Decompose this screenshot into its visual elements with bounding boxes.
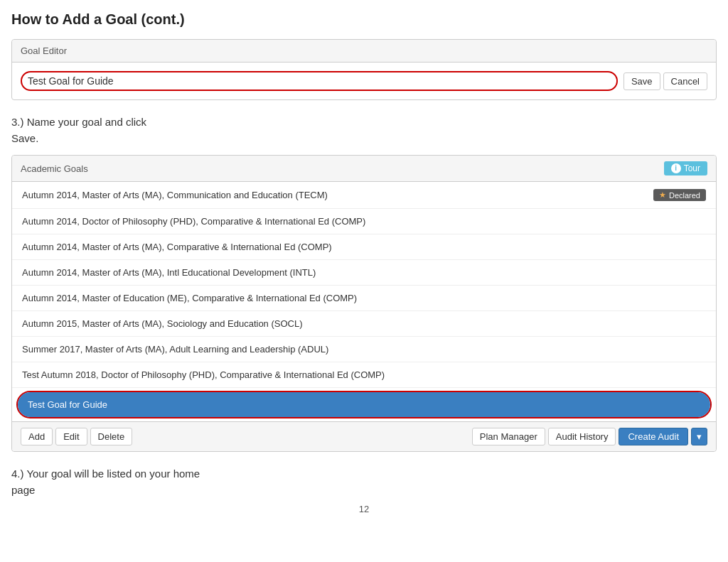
goal-item-text: Autumn 2014, Master of Arts (MA), Intl E… [22,267,316,278]
goal-item-text: Autumn 2014, Master of Education (ME), C… [22,293,357,303]
instruction-1: 3.) Name your goal and click Save. [11,114,717,146]
goal-list: Autumn 2014, Master of Arts (MA), Commun… [12,182,716,418]
instruction-1-line2: Save. [11,132,38,144]
audit-history-button[interactable]: Audit History [548,428,616,445]
academic-goals-header: Academic Goals i Tour [12,156,716,182]
tour-label: Tour [684,163,700,173]
goal-item[interactable]: Autumn 2015, Master of Arts (MA), Sociol… [12,311,716,337]
goal-item-text: Autumn 2014, Master of Arts (MA), Commun… [22,190,328,200]
goal-editor-actions: Save Cancel [623,72,707,90]
declared-badge: ★ Declared [653,189,706,201]
academic-goals-panel: Academic Goals i Tour Autumn 2014, Maste… [11,155,717,452]
academic-goals-label: Academic Goals [21,163,88,174]
info-icon: i [671,163,681,173]
goal-editor-panel: Goal Editor Save Cancel [11,39,717,100]
goal-name-input[interactable] [28,75,611,87]
goal-item[interactable]: Autumn 2014, Master of Education (ME), C… [12,286,716,311]
goal-item[interactable]: Autumn 2014, Master of Arts (MA), Intl E… [12,260,716,286]
selected-goal-item[interactable]: Test Goal for Guide [18,392,710,417]
goal-item[interactable]: Autumn 2014, Doctor of Philosophy (PHD),… [12,209,716,234]
action-bar: Add Edit Delete Plan Manager Audit Histo… [12,421,716,451]
cancel-button[interactable]: Cancel [663,72,707,90]
goal-item-text: Autumn 2014, Doctor of Philosophy (PHD),… [22,216,365,227]
goal-item-text: Autumn 2015, Master of Arts (MA), Sociol… [22,318,303,329]
page-title: How to Add a Goal (cont.) [11,11,717,28]
goal-item-text: Test Autumn 2018, Doctor of Philosophy (… [22,369,385,380]
add-button[interactable]: Add [21,428,53,445]
action-bar-left: Add Edit Delete [21,428,132,445]
instruction-1-line1: 3.) Name your goal and click [11,116,146,128]
delete-button[interactable]: Delete [90,428,133,445]
save-button[interactable]: Save [623,72,660,90]
create-audit-button[interactable]: Create Audit [619,428,688,445]
edit-button[interactable]: Edit [55,428,87,445]
action-bar-right: Plan Manager Audit History Create Audit … [472,428,707,445]
goal-item[interactable]: Summer 2017, Master of Arts (MA), Adult … [12,337,716,362]
goal-item-text: Autumn 2014, Master of Arts (MA), Compar… [22,242,332,252]
instruction-2-line2: page [11,484,35,496]
create-audit-dropdown[interactable]: ▾ [691,428,707,445]
page-number: 12 [11,504,717,514]
goal-item[interactable]: Test Autumn 2018, Doctor of Philosophy (… [12,362,716,388]
goal-item-text: Summer 2017, Master of Arts (MA), Adult … [22,344,328,355]
tour-button[interactable]: i Tour [664,161,707,175]
goal-item[interactable]: Autumn 2014, Master of Arts (MA), Compar… [12,234,716,260]
instruction-2: 4.) Your goal will be listed on your hom… [11,466,717,498]
star-icon: ★ [659,190,666,200]
instruction-2-line1: 4.) Your goal will be listed on your hom… [11,468,200,480]
goal-editor-label: Goal Editor [21,45,67,56]
goal-editor-body: Save Cancel [12,63,716,99]
goal-editor-header: Goal Editor [12,40,716,63]
plan-manager-button[interactable]: Plan Manager [472,428,545,445]
goal-item[interactable]: Test Goal for Guide [12,391,716,418]
goal-item[interactable]: Autumn 2014, Master of Arts (MA), Commun… [12,182,716,209]
goal-editor-input-wrapper [21,71,618,91]
goal-item-text: Test Goal for Guide [28,399,107,410]
